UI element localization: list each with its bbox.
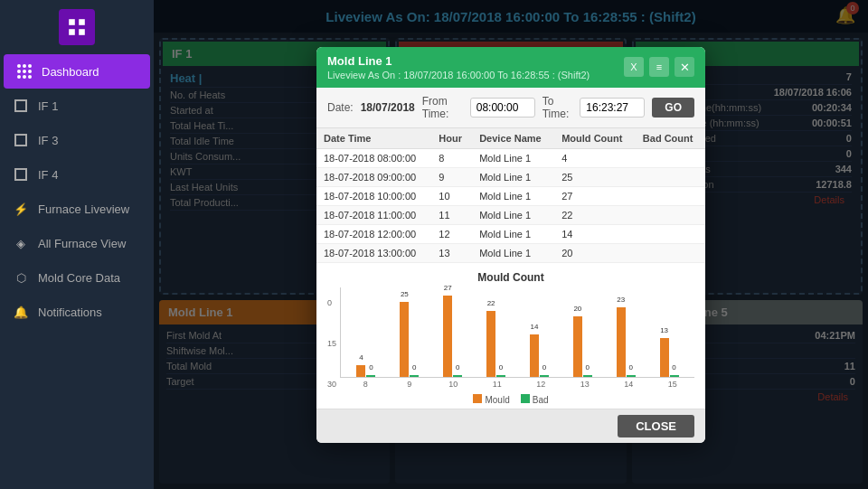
cell-datetime: 18-07-2018 13:00:00 <box>316 243 431 262</box>
bar-group: 40 <box>344 365 388 377</box>
chart-container: Mould Count 30 15 0 40250270220140200230… <box>316 264 705 409</box>
cell-mould: 4 <box>554 148 636 167</box>
modal-subtitle: Liveview As On : 18/07/2018 16:00:00 To … <box>327 70 590 80</box>
bar-label: 9 <box>388 380 432 389</box>
from-label: From Time: <box>422 95 463 120</box>
modal-footer: CLOSE <box>316 409 705 443</box>
sidebar-label-allfurnace: All Furnace View <box>38 237 126 250</box>
bad-bar-value: 0 <box>542 363 546 371</box>
bad-bar: 0 <box>410 375 419 377</box>
svg-rect-0 <box>69 19 75 25</box>
chart-bars: 40250270220140200230130 <box>340 287 694 378</box>
bar-label: 15 <box>651 380 695 389</box>
if1-icon <box>13 98 29 114</box>
mould-bar-value: 14 <box>531 323 539 331</box>
cell-device: Mold Line 1 <box>472 167 554 186</box>
bar-pair: 200 <box>573 316 592 377</box>
modal-header: Mold Line 1 Liveview As On : 18/07/2018 … <box>316 47 705 88</box>
mould-bar-value: 27 <box>444 284 452 292</box>
sidebar-label-furnace: Furnace Liveview <box>38 202 129 216</box>
bad-bar: 0 <box>670 375 679 377</box>
chart-area-wrap: 40250270220140200230130 89101112131415 <box>340 287 694 389</box>
sidebar-item-if4[interactable]: IF 4 <box>0 157 154 192</box>
y-zero: 0 <box>327 298 336 307</box>
bad-bar-value: 0 <box>369 363 373 371</box>
col-device: Device Name <box>472 128 554 149</box>
modal-table-scroll: Date Time Hour Device Name Mould Count B… <box>316 128 705 264</box>
bar-pair: 250 <box>400 302 419 377</box>
chart-wrapper: 30 15 0 40250270220140200230130 89101112… <box>327 287 694 389</box>
cell-device: Mold Line 1 <box>472 186 554 205</box>
bar-group: 140 <box>518 334 561 377</box>
legend-bad: Bad <box>533 395 549 405</box>
bad-bar: 0 <box>453 375 462 377</box>
cell-device: Mold Line 1 <box>472 243 554 262</box>
bar-label: 10 <box>431 380 476 389</box>
cell-hour: 10 <box>431 186 472 205</box>
bar-pair: 140 <box>530 334 549 377</box>
bar-group: 200 <box>561 316 604 377</box>
mold-icon: ⬡ <box>13 269 29 286</box>
col-datetime: Date Time <box>316 128 431 149</box>
mould-bar: 25 <box>400 302 409 377</box>
bar-pair: 220 <box>486 311 505 377</box>
to-time-input[interactable] <box>580 98 645 118</box>
cell-bad <box>636 243 705 262</box>
sidebar-item-mold-core[interactable]: ⬡ Mold Core Data <box>0 260 154 295</box>
modal-excel-button[interactable]: X <box>624 57 644 77</box>
bar-label: 13 <box>563 380 608 389</box>
bar-group: 270 <box>431 296 475 377</box>
sidebar-label-if4: IF 4 <box>38 168 58 182</box>
mould-bar-value: 22 <box>487 299 495 307</box>
cell-device: Mold Line 1 <box>472 205 554 224</box>
bad-bar-value: 0 <box>499 363 503 371</box>
cell-hour: 8 <box>431 148 472 167</box>
date-value: 18/07/2018 <box>361 101 415 114</box>
sidebar-item-all-furnace[interactable]: ◈ All Furnace View <box>0 226 154 260</box>
cell-datetime: 18-07-2018 12:00:00 <box>316 224 431 243</box>
mould-bar-value: 4 <box>359 353 363 362</box>
mould-bar: 23 <box>617 307 626 377</box>
sidebar-label-dashboard: Dashboard <box>42 65 99 79</box>
bar-pair: 40 <box>356 365 375 377</box>
cell-hour: 13 <box>431 243 472 262</box>
modal-grid-button[interactable]: ≡ <box>649 57 669 77</box>
mould-bar: 20 <box>573 316 582 377</box>
chart-legend: Mould Bad <box>327 394 694 405</box>
to-label: To Time: <box>542 95 573 120</box>
cell-mould: 14 <box>554 224 636 243</box>
sidebar-item-if3[interactable]: IF 3 <box>0 123 154 157</box>
bar-group: 130 <box>647 338 691 377</box>
chart-labels: 89101112131415 <box>340 378 694 389</box>
bad-bar: 0 <box>540 375 549 377</box>
bar-label: 11 <box>476 380 520 389</box>
mould-bar: 27 <box>443 296 452 377</box>
bar-group: 220 <box>475 311 518 377</box>
bar-label: 8 <box>344 380 388 389</box>
if4-icon <box>13 166 29 183</box>
sidebar-item-if1[interactable]: IF 1 <box>0 89 154 123</box>
notif-sidebar-icon: 🔔 <box>13 304 29 320</box>
dashboard-icon <box>16 63 33 80</box>
col-hour: Hour <box>431 128 472 149</box>
sidebar: Dashboard IF 1 IF 3 IF 4 ⚡ Furnace Livev… <box>0 0 154 489</box>
sidebar-item-furnace-liveview[interactable]: ⚡ Furnace Liveview <box>0 192 154 226</box>
modal-overlay: Mold Line 1 Liveview As On : 18/07/2018 … <box>154 0 868 489</box>
modal-close-x-button[interactable]: ✕ <box>675 57 694 77</box>
cell-mould: 22 <box>554 205 636 224</box>
bad-bar: 0 <box>496 375 505 377</box>
sidebar-item-dashboard[interactable]: Dashboard <box>4 54 150 89</box>
from-time-input[interactable] <box>470 98 535 118</box>
go-button[interactable]: GO <box>652 98 694 118</box>
bad-bar-value: 0 <box>586 363 590 371</box>
svg-rect-3 <box>79 29 85 35</box>
modal-header-icons: X ≡ ✕ <box>624 57 694 77</box>
bar-pair: 270 <box>443 296 462 377</box>
sidebar-label-if3: IF 3 <box>38 134 58 147</box>
close-button[interactable]: CLOSE <box>618 415 694 437</box>
modal-title: Mold Line 1 <box>327 54 590 68</box>
sidebar-label-mold: Mold Core Data <box>38 271 120 285</box>
sidebar-item-notifications[interactable]: 🔔 Notifications <box>0 295 154 329</box>
cell-datetime: 18-07-2018 10:00:00 <box>316 186 431 205</box>
furnace-icon: ⚡ <box>13 201 29 217</box>
